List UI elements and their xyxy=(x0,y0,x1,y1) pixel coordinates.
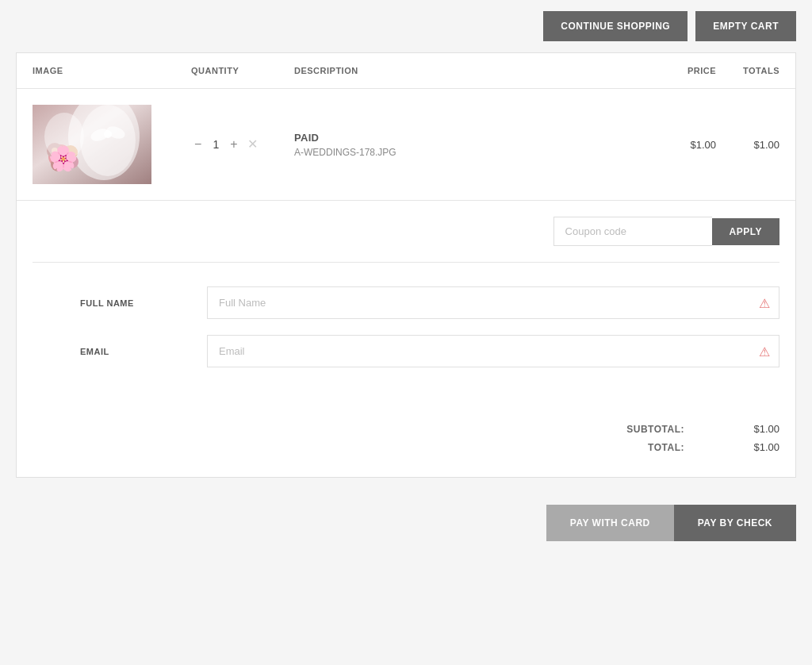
empty-cart-button[interactable]: EMPTY CART xyxy=(695,11,796,41)
svg-point-2 xyxy=(80,105,136,176)
quantity-control: − 1 + ✕ xyxy=(191,136,294,152)
item-title: PAID xyxy=(294,132,653,144)
form-section: FULL NAME ⚠ EMAIL ⚠ xyxy=(17,263,795,407)
product-image-svg xyxy=(33,105,151,184)
quantity-value: 1 xyxy=(209,138,222,151)
total-value: $1.00 xyxy=(732,441,779,453)
svg-point-10 xyxy=(66,156,79,168)
description-cell: PAID A-WEDDINGS-178.JPG xyxy=(294,132,653,158)
bottom-bar: PAY WITH CARD PAY BY CHECK xyxy=(0,494,812,552)
svg-point-7 xyxy=(47,143,63,159)
total-label: TOTAL: xyxy=(648,442,684,453)
item-filename: A-WEDDINGS-178.JPG xyxy=(294,147,653,158)
col-header-description: DESCRIPTION xyxy=(294,66,653,75)
quantity-remove-button[interactable]: ✕ xyxy=(246,136,259,152)
col-header-quantity: QUANTITY xyxy=(191,66,294,75)
svg-point-5 xyxy=(104,130,112,138)
subtotal-row: SUBTOTAL: $1.00 xyxy=(626,423,779,435)
coupon-section: APPLY xyxy=(17,201,795,262)
subtotal-label: SUBTOTAL: xyxy=(626,424,684,435)
cart-header: IMAGE QUANTITY DESCRIPTION PRICE TOTALS xyxy=(17,53,795,89)
total-row: TOTAL: $1.00 xyxy=(648,441,779,453)
apply-coupon-button[interactable]: APPLY xyxy=(712,218,779,245)
subtotal-value: $1.00 xyxy=(732,423,779,435)
svg-point-6 xyxy=(48,144,72,168)
main-container: IMAGE QUANTITY DESCRIPTION PRICE TOTALS xyxy=(16,52,796,478)
quantity-decrease-button[interactable]: − xyxy=(191,136,205,152)
email-input-wrap: ⚠ xyxy=(207,335,779,367)
fullname-input[interactable] xyxy=(207,286,779,319)
svg-point-11 xyxy=(56,152,64,160)
top-bar: CONTINUE SHOPPING EMPTY CART xyxy=(0,0,812,52)
email-label: EMAIL xyxy=(33,347,207,356)
table-row: − 1 + ✕ PAID A-WEDDINGS-178.JPG $1.00 $1… xyxy=(17,89,795,201)
total-cell: $1.00 xyxy=(716,139,779,151)
col-header-totals: TOTALS xyxy=(716,66,779,75)
coupon-input[interactable] xyxy=(553,217,712,246)
col-header-price: PRICE xyxy=(653,66,716,75)
product-image-cell xyxy=(33,105,191,184)
price-cell: $1.00 xyxy=(653,139,716,151)
quantity-cell: − 1 + ✕ xyxy=(191,136,294,152)
totals-section: SUBTOTAL: $1.00 TOTAL: $1.00 xyxy=(17,407,795,477)
svg-point-8 xyxy=(63,145,78,160)
email-input[interactable] xyxy=(207,335,779,367)
svg-point-12 xyxy=(52,148,58,154)
email-row: EMAIL ⚠ xyxy=(33,335,779,367)
pay-with-card-button[interactable]: PAY WITH CARD xyxy=(546,505,674,541)
fullname-input-wrap: ⚠ xyxy=(207,286,779,319)
fullname-label: FULL NAME xyxy=(33,298,207,308)
col-header-image: IMAGE xyxy=(33,66,191,75)
pay-by-check-button[interactable]: PAY BY CHECK xyxy=(674,505,796,541)
quantity-increase-button[interactable]: + xyxy=(227,136,240,152)
fullname-row: FULL NAME ⚠ xyxy=(33,286,779,319)
product-image xyxy=(33,105,151,184)
svg-point-9 xyxy=(51,157,65,171)
continue-shopping-button[interactable]: CONTINUE SHOPPING xyxy=(543,11,688,41)
